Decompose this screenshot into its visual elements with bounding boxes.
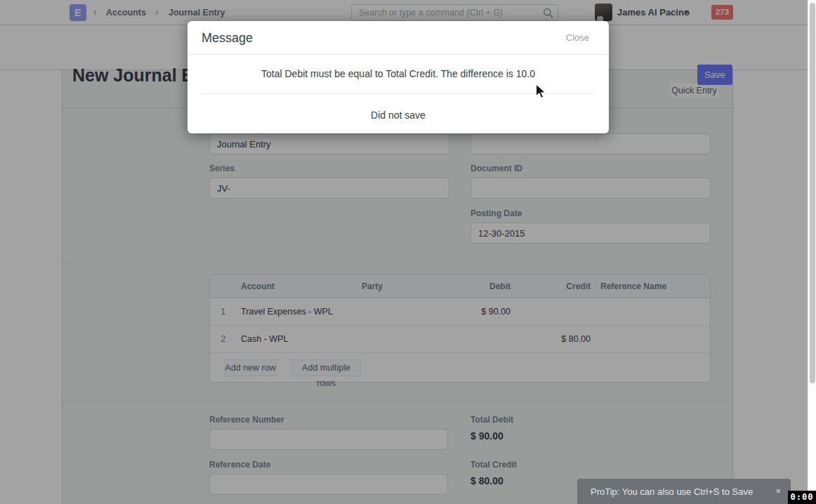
app-screen: E › Accounts › Journal Entry James Al Pa… bbox=[0, 0, 816, 504]
message-dialog: Message Close Total Debit must be equal … bbox=[187, 21, 609, 133]
protip-toast: ProTip: You can also use Ctrl+S to Save … bbox=[577, 479, 791, 504]
dialog-header: Message Close bbox=[187, 21, 609, 55]
dialog-close-button[interactable]: Close bbox=[566, 32, 589, 43]
recording-timer: 0:00 bbox=[788, 491, 816, 504]
scrollbar-track[interactable] bbox=[808, 0, 816, 504]
dialog-title: Message bbox=[202, 31, 253, 46]
dialog-message: Total Debit must be equal to Total Credi… bbox=[202, 68, 595, 80]
close-icon[interactable]: × bbox=[775, 486, 781, 496]
toast-text: ProTip: You can also use Ctrl+S to Save bbox=[591, 486, 753, 497]
scrollbar-thumb[interactable] bbox=[810, 3, 815, 383]
mouse-cursor-icon bbox=[535, 84, 548, 100]
